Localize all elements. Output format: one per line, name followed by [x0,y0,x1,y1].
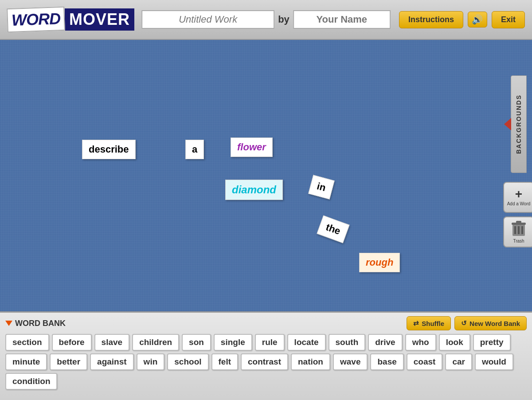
backgrounds-tab-label: BACKGROUNDS [515,94,522,154]
triangle-icon [5,321,12,326]
svg-rect-1 [514,226,516,234]
svg-rect-5 [516,221,521,223]
bank-word-south[interactable]: south [329,334,366,351]
trash-button[interactable]: Trash [503,216,532,247]
bank-word-rule[interactable]: rule [255,334,285,351]
bank-word-contrast[interactable]: contrast [241,353,288,370]
bank-word-section[interactable]: section [5,334,49,351]
bank-word-wave[interactable]: wave [333,353,368,370]
canvas-word-w1[interactable]: describe [82,140,136,159]
bank-word-drive[interactable]: drive [368,334,402,351]
bank-word-who[interactable]: who [405,334,436,351]
logo-mover: MOVER [65,8,134,31]
bank-word-look[interactable]: look [439,334,470,351]
bank-word-before[interactable]: before [52,334,92,351]
canvas-word-w7[interactable]: rough [359,253,400,272]
canvas-word-w4[interactable]: diamond [225,180,283,200]
bank-word-single[interactable]: single [214,334,252,351]
bank-word-win[interactable]: win [137,353,165,370]
bank-word-would[interactable]: would [475,353,513,370]
svg-rect-2 [518,226,520,234]
canvas-word-w6[interactable]: the [317,216,349,243]
logo-word: WORD [7,7,65,33]
add-word-button[interactable]: + Add a Word [503,182,532,213]
new-word-bank-label: New Word Bank [469,320,520,327]
by-label: by [278,14,289,25]
word-bank: WORD BANK ⇄ Shuffle ↺ New Word Bank sect… [0,311,532,400]
bank-word-condition[interactable]: condition [5,373,57,390]
sound-icon: 🔊 [472,14,483,25]
bank-word-better[interactable]: better [50,353,87,370]
new-word-bank-button[interactable]: ↺ New Word Bank [454,316,527,330]
word-bank-controls: ⇄ Shuffle ↺ New Word Bank [407,316,527,330]
shuffle-button[interactable]: ⇄ Shuffle [407,316,451,330]
right-sidebar: BACKGROUNDS + Add a Word Trash [505,40,532,311]
exit-button[interactable]: Exit [492,11,525,28]
word-bank-words: sectionbeforeslavechildrensonsinglerulel… [5,334,527,390]
header: WORD MOVER by Instructions 🔊 Exit [0,0,532,40]
bank-word-base[interactable]: base [370,353,403,370]
add-word-label: Add a Word [507,201,531,207]
shuffle-icon: ⇄ [413,319,419,327]
backgrounds-arrow-icon [504,118,511,130]
svg-rect-3 [521,226,523,234]
trash-label: Trash [513,239,524,243]
bank-word-car[interactable]: car [445,353,472,370]
bank-word-against[interactable]: against [90,353,134,370]
canvas-word-w3[interactable]: flower [231,137,273,157]
trash-icon [512,221,526,237]
bank-word-felt[interactable]: felt [211,353,239,370]
instructions-button[interactable]: Instructions [399,11,463,28]
bank-word-pretty[interactable]: pretty [473,334,511,351]
logo: WORD MOVER [7,4,96,35]
bank-word-nation[interactable]: nation [291,353,330,370]
backgrounds-tab[interactable]: BACKGROUNDS [511,75,527,173]
add-word-plus-icon: + [515,188,522,200]
sound-button[interactable]: 🔊 [468,12,487,27]
bank-word-son[interactable]: son [182,334,211,351]
shuffle-label: Shuffle [422,320,444,327]
canvas-area: describeaflowerdiamondintherough BACKGRO… [0,40,532,311]
header-buttons: Instructions 🔊 Exit [399,11,525,28]
bank-word-minute[interactable]: minute [5,353,47,370]
bank-word-slave[interactable]: slave [94,334,130,351]
word-bank-header: WORD BANK ⇄ Shuffle ↺ New Word Bank [5,316,527,330]
refresh-icon: ↺ [461,319,467,327]
bank-word-locate[interactable]: locate [287,334,326,351]
bank-word-school[interactable]: school [167,353,208,370]
word-bank-title: WORD BANK [5,319,66,328]
name-input[interactable] [293,10,391,29]
title-area: by [141,10,391,29]
bank-word-children[interactable]: children [132,334,179,351]
bank-word-coast[interactable]: coast [407,353,443,370]
canvas-word-w2[interactable]: a [185,140,204,159]
title-input[interactable] [141,10,274,29]
canvas-word-w5[interactable]: in [308,175,334,199]
word-bank-title-label: WORD BANK [15,319,66,328]
